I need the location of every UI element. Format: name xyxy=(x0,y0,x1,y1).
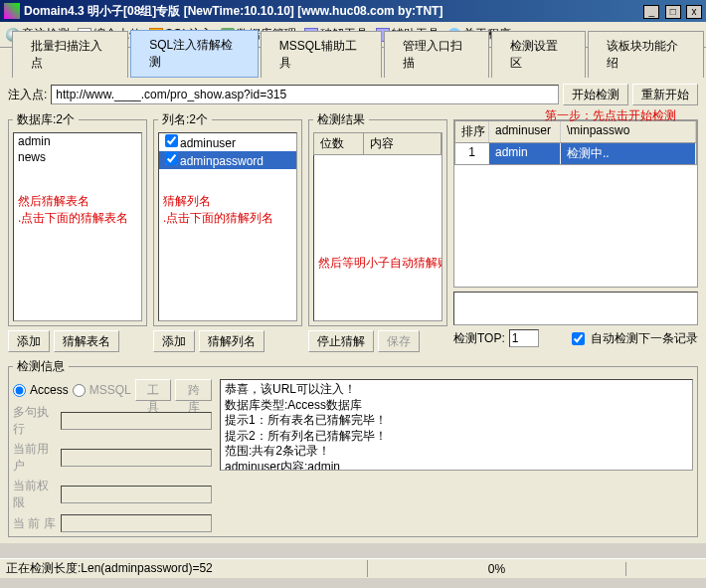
auto-detect-label: 自动检测下一条记录 xyxy=(591,330,698,347)
results-listbox[interactable]: 然后等明小子自动猜解账号密码 xyxy=(313,155,442,321)
lib-input[interactable] xyxy=(61,514,212,532)
col-checkbox[interactable] xyxy=(165,152,178,165)
results-header: 位数 内容 xyxy=(313,132,442,155)
db-legend: 数据库:2个 xyxy=(13,111,79,128)
cols-add-button[interactable]: 添加 xyxy=(153,330,195,352)
close-button[interactable]: x xyxy=(686,5,702,19)
db-listbox[interactable]: admin news 然后猜解表名 .点击下面的猜解表名 xyxy=(13,132,142,321)
status-progress: 0% xyxy=(368,562,626,576)
perm-input[interactable] xyxy=(61,486,212,503)
list-item[interactable]: adminuser xyxy=(159,133,296,151)
detect-listbox[interactable] xyxy=(454,165,697,287)
results-hint: 然后等明小子自动猜解账号密码 xyxy=(318,255,442,272)
titlebar: Domain4.3 明小子[08组]专版 [NewTime:10.10.10] … xyxy=(0,0,706,22)
app-icon xyxy=(4,3,20,19)
cols-legend: 列名:2个 xyxy=(158,111,212,128)
start-detect-button[interactable]: 开始检测 xyxy=(563,84,628,105)
col-checkbox[interactable] xyxy=(165,134,178,147)
results-legend: 检测结果 xyxy=(313,111,369,128)
cols-listbox[interactable]: adminuser adminpassword 猜解列名 .点击下面的猜解列名 xyxy=(158,132,297,321)
stop-guess-button[interactable]: 停止猜解 xyxy=(308,330,374,352)
tool-button[interactable]: 工具 xyxy=(135,379,172,401)
main-area: 注入点: 开始检测 重新开始 第一步：先点击开始检测 数据库:2个 admin … xyxy=(0,78,706,543)
list-item[interactable]: adminpassword xyxy=(159,151,296,169)
tab-sql-guess[interactable]: SQL注入猜解检测 xyxy=(130,30,258,78)
list-item[interactable]: news xyxy=(14,149,141,165)
url-input[interactable] xyxy=(51,85,559,104)
minimize-button[interactable]: _ xyxy=(643,5,659,19)
save-button[interactable]: 保存 xyxy=(378,330,420,352)
cross-button[interactable]: 跨库 xyxy=(175,379,212,401)
cols-hint: 猜解列名 .点击下面的猜解列名 xyxy=(163,193,273,227)
cols-guess-button[interactable]: 猜解列名 xyxy=(199,330,265,352)
url-label: 注入点: xyxy=(8,87,47,103)
status-text: 正在检测长度:Len(adminpassword)=52 xyxy=(0,560,368,577)
table-row[interactable]: 1 admin 检测中.. xyxy=(454,143,697,165)
maximize-button[interactable]: □ xyxy=(665,5,681,19)
user-input[interactable] xyxy=(61,449,212,467)
detect-top-input[interactable] xyxy=(509,329,539,347)
tab-intro[interactable]: 该板块功能介绍 xyxy=(588,31,704,78)
db-add-button[interactable]: 添加 xyxy=(8,330,50,352)
tab-bar: 批量扫描注入点 SQL注入猜解检测 MSSQL辅助工具 管理入口扫描 检测设置区… xyxy=(0,48,706,78)
info-legend: 检测信息 xyxy=(13,358,69,375)
list-item[interactable]: admin xyxy=(14,133,141,149)
tab-batch-scan[interactable]: 批量扫描注入点 xyxy=(12,31,128,78)
tab-mssql[interactable]: MSSQL辅助工具 xyxy=(261,31,383,78)
db-guess-button[interactable]: 猜解表名 xyxy=(54,330,119,352)
multi-input[interactable] xyxy=(61,412,212,430)
access-radio[interactable] xyxy=(13,384,26,397)
hint-step1: 第一步：先点击开始检测 xyxy=(545,107,676,124)
info-textarea[interactable]: 恭喜，该URL可以注入！ 数据库类型:Access数据库 提示1：所有表名已猜解… xyxy=(220,379,693,471)
detect-extra-box[interactable] xyxy=(453,292,698,325)
auto-detect-checkbox[interactable] xyxy=(572,332,585,345)
window-controls: _ □ x xyxy=(641,4,702,19)
db-hint: 然后猜解表名 .点击下面的猜解表名 xyxy=(18,193,128,227)
tab-settings[interactable]: 检测设置区 xyxy=(491,31,586,78)
tab-admin-entry[interactable]: 管理入口扫描 xyxy=(384,31,489,78)
detect-top-label: 检测TOP: xyxy=(453,330,505,347)
window-title: Domain4.3 明小子[08组]专版 [NewTime:10.10.10] … xyxy=(24,3,641,20)
mssql-radio[interactable] xyxy=(73,384,86,397)
restart-button[interactable]: 重新开始 xyxy=(632,84,698,105)
status-bar: 正在检测长度:Len(adminpassword)=52 0% xyxy=(0,558,706,578)
